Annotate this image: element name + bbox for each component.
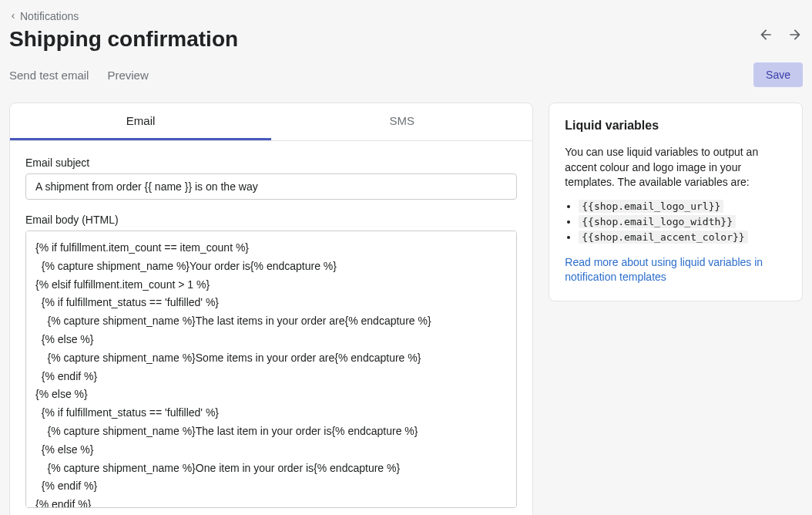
page-title: Shipping confirmation <box>9 27 238 52</box>
liquid-variable-item: {{shop.email_logo_url}} <box>579 200 787 212</box>
email-subject-input[interactable] <box>25 173 517 200</box>
liquid-variables-desc: You can use liquid variables to output a… <box>565 145 787 190</box>
liquid-variables-list: {{shop.email_logo_url}} {{shop.email_log… <box>565 200 787 243</box>
chevron-left-icon <box>9 10 17 22</box>
email-body-textarea[interactable] <box>25 231 517 508</box>
tab-email[interactable]: Email <box>10 103 271 140</box>
breadcrumb-label: Notifications <box>20 10 79 22</box>
liquid-variable-item: {{shop.email_accent_color}} <box>579 231 787 243</box>
tab-sms[interactable]: SMS <box>271 103 532 140</box>
breadcrumb[interactable]: Notifications <box>9 10 79 22</box>
preview-button[interactable]: Preview <box>107 69 148 82</box>
liquid-variables-card: Liquid variables You can use liquid vari… <box>549 103 803 301</box>
template-editor-card: Email SMS Email subject Email body (HTML… <box>9 103 533 515</box>
liquid-variable-item: {{shop.email_logo_width}} <box>579 215 787 227</box>
save-button[interactable]: Save <box>753 62 803 87</box>
liquid-variables-learn-more-link[interactable]: Read more about using liquid variables i… <box>565 256 763 284</box>
email-subject-label: Email subject <box>25 157 517 169</box>
send-test-email-button[interactable]: Send test email <box>9 69 89 82</box>
prev-arrow-button[interactable] <box>758 27 773 45</box>
liquid-variables-title: Liquid variables <box>565 119 787 133</box>
next-arrow-button[interactable] <box>787 27 803 45</box>
email-body-label: Email body (HTML) <box>25 214 517 226</box>
